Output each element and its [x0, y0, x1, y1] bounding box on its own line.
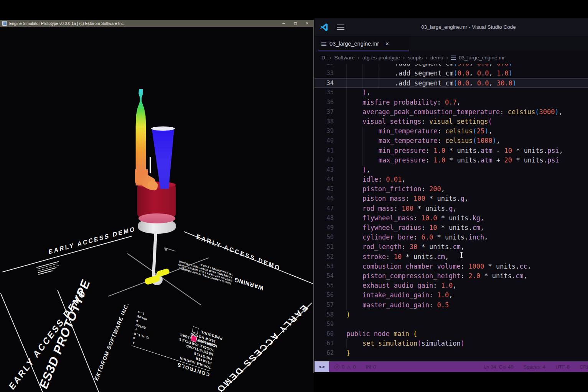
- remote-indicator[interactable]: ><: [315, 361, 329, 372]
- line-number: 34: [315, 79, 334, 87]
- code-line[interactable]: 53 combustion_chamber_volume: 1000 * uni…: [315, 262, 588, 271]
- pressure-indicator-square: [192, 326, 199, 334]
- status-line-col[interactable]: Ln 34, Col 40: [484, 364, 513, 370]
- code-line[interactable]: 40 max_temperature: celsius(1000),: [315, 136, 588, 146]
- line-number: 53: [315, 262, 334, 271]
- code-line[interactable]: 47 rod_mass: 100 * units.g,: [315, 204, 588, 213]
- errors-count[interactable]: 0: [342, 364, 344, 370]
- floor-text-early-access-demo: EARLY ACCESS DEMO: [49, 225, 136, 256]
- chevron-right-icon: ›: [425, 54, 428, 61]
- line-number: 49: [315, 223, 334, 233]
- breadcrumb-item[interactable]: Software: [334, 55, 355, 61]
- code-line[interactable]: 37 average_peak_combustion_temperature: …: [315, 107, 588, 117]
- code-line[interactable]: 52 stroke: 10 * units.cm,: [315, 252, 588, 262]
- maximize-button[interactable]: □: [294, 20, 297, 27]
- tab-bar: 03_large_engine.mr ✕: [315, 36, 588, 51]
- code-line[interactable]: 56 intake_audio_gain: 1.0,: [315, 290, 588, 300]
- status-encoding[interactable]: UTF-8: [555, 364, 570, 370]
- code-editor[interactable]: 32 .add_segment_cm(9.0, 0.0, 0.0)33 .add…: [315, 64, 588, 361]
- code-line[interactable]: 32 .add_segment_cm(9.0, 0.0, 0.0): [315, 64, 588, 69]
- status-eol[interactable]: CRLF: [580, 364, 588, 370]
- app-icon: [2, 21, 7, 26]
- code-line[interactable]: 34 .add_segment_cm(0.0, 0.0, 30.0): [315, 78, 588, 88]
- piston-crown: [138, 213, 175, 223]
- file-icon: [451, 56, 456, 60]
- code-line[interactable]: 49 flywheel_radius: 10 * units.cm,: [315, 223, 588, 233]
- warning-title: WARNING: [234, 277, 264, 292]
- code-line[interactable]: 42 max_pressure: 1.0 * units.atm + 20 * …: [315, 156, 588, 165]
- line-number: 57: [315, 300, 334, 310]
- code-line[interactable]: 58): [315, 310, 588, 320]
- line-number: 47: [315, 204, 334, 213]
- chevron-right-icon: ›: [403, 54, 405, 61]
- code-line[interactable]: 36 misfire_probability: 0.7,: [315, 98, 588, 107]
- connecting-rod: [152, 231, 157, 277]
- close-button[interactable]: ✕: [306, 20, 308, 27]
- code-line[interactable]: 51 rod_length: 30 * units.cm,: [315, 242, 588, 252]
- line-number: 41: [315, 146, 334, 156]
- line-number: 62: [315, 348, 334, 358]
- warning-text: THIS IS A PROTOTYPE, IT MAY PRODUCESUDDE…: [178, 257, 233, 285]
- ports-icon: ((A)): [366, 365, 371, 369]
- ports-count[interactable]: 0: [373, 364, 376, 370]
- window-title: Engine Simulator Prototype v0.0.0.1a | (…: [9, 21, 125, 26]
- crank-pin: [156, 268, 170, 277]
- engine-simulator-titlebar: Engine Simulator Prototype v0.0.0.1a | (…: [0, 20, 314, 27]
- line-number: 48: [315, 213, 334, 223]
- code-line[interactable]: 45 piston_friction: 200,: [315, 184, 588, 194]
- tab-03-large-engine[interactable]: 03_large_engine.mr ✕: [318, 36, 409, 51]
- code-line[interactable]: 61 set_simulation(simulation): [315, 339, 588, 348]
- code-line[interactable]: 44 idle: 0.01,: [315, 175, 588, 184]
- status-indentation[interactable]: Spaces: 4: [523, 364, 545, 370]
- exhaust-elbow: [147, 181, 158, 190]
- line-number: 40: [315, 136, 334, 146]
- rotation-arrow-head: [161, 246, 168, 252]
- line-number: 50: [315, 233, 334, 242]
- tab-label: 03_large_engine.mr: [329, 41, 379, 47]
- code-line[interactable]: 62}: [315, 348, 588, 358]
- 3d-viewport[interactable]: EARLY ACCESS DEMO EARLY ACCESS DEMO EARL…: [0, 47, 314, 392]
- screen: { "left_app": { "titlebar": { "title": "…: [0, 0, 588, 392]
- chevron-right-icon: ›: [329, 54, 332, 61]
- code-line[interactable]: 50 cylinder_bore: 6.0 * units.inch,: [315, 233, 588, 242]
- line-number: 37: [315, 107, 334, 117]
- line-number: 39: [315, 126, 334, 136]
- line-number: 33: [315, 69, 334, 78]
- tab-close-icon[interactable]: ✕: [385, 41, 389, 47]
- code-line[interactable]: 38 visual_settings: visual_settings(: [315, 117, 588, 126]
- line-number: 51: [315, 242, 334, 252]
- breadcrumb-item[interactable]: atg-es-prototype: [362, 55, 400, 61]
- breadcrumb-item[interactable]: demo: [430, 55, 443, 61]
- breadcrumb-item[interactable]: scripts: [408, 55, 423, 61]
- line-number: 58: [315, 310, 334, 320]
- floor-border-line: [2, 236, 132, 272]
- text-cursor-pointer: [461, 252, 462, 258]
- code-line[interactable]: 46 piston_mass: 100 * units.g,: [315, 194, 588, 203]
- code-line[interactable]: 59: [315, 320, 588, 329]
- code-line[interactable]: 55 exhaust_audio_gain: 1.0,: [315, 281, 588, 290]
- line-number: 44: [315, 175, 334, 184]
- code-line[interactable]: 41 min_pressure: 1.0 * units.atm - 10 * …: [315, 146, 588, 156]
- warnings-count[interactable]: 0: [353, 364, 356, 370]
- window-separator: [313, 27, 314, 373]
- code-line[interactable]: 33 .add_segment_cm(0.0, 0.0, 1.0): [315, 69, 588, 78]
- code-line[interactable]: 39 min_temperature: celsius(25),: [315, 126, 588, 136]
- breadcrumb-item[interactable]: D:: [321, 55, 327, 61]
- intake-horn-rim: [151, 126, 175, 131]
- floor-brand-subtitle: EKTOROM SOFTWARE INC.: [93, 301, 130, 382]
- floor-fine-print: [36, 261, 61, 276]
- line-number: 38: [315, 117, 334, 126]
- line-number: 56: [315, 290, 334, 300]
- line-number: 43: [315, 165, 334, 175]
- breadcrumb-item[interactable]: 03_large_engine.mr: [459, 55, 505, 61]
- code-line[interactable]: 35 ),: [315, 88, 588, 97]
- code-line[interactable]: 60public node main {: [315, 329, 588, 339]
- chevron-right-icon: ›: [446, 54, 448, 61]
- floor-warning: WARNING THIS IS A PROTOTYPE, IT MAY PROD…: [204, 265, 264, 295]
- minimize-button[interactable]: –: [282, 20, 285, 27]
- code-line[interactable]: 43 ),: [315, 165, 588, 175]
- breadcrumb: D:›Software›atg-es-prototype›scripts›dem…: [315, 51, 588, 64]
- code-line[interactable]: 54 piston_compression_height: 2.0 * unit…: [315, 271, 588, 281]
- code-line[interactable]: 48 flywheel_mass: 10.0 * units.kg,: [315, 213, 588, 223]
- code-line[interactable]: 57 master_audio_gain: 0.5: [315, 300, 588, 310]
